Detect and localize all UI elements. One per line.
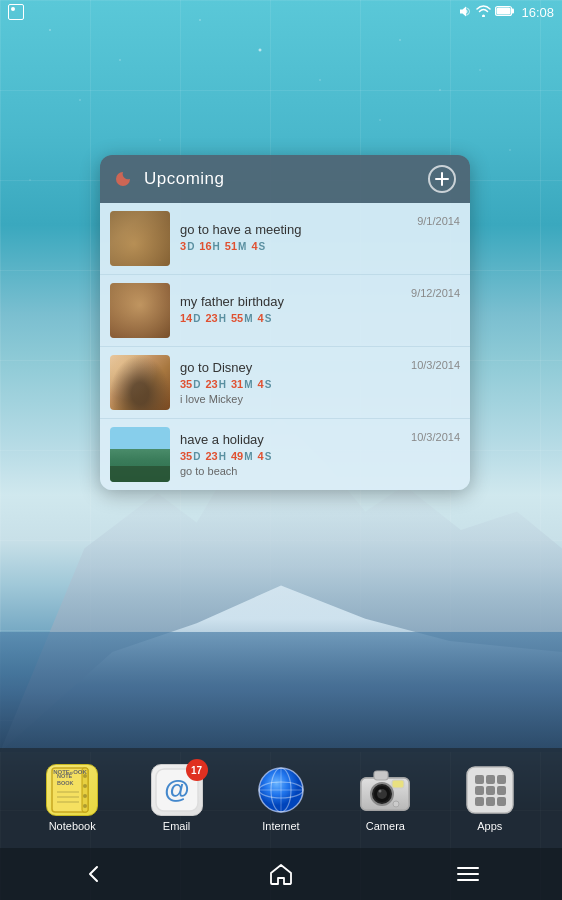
svg-rect-36 [486, 786, 495, 795]
svg-point-10 [83, 774, 87, 778]
event-thumbnail-disney [110, 355, 170, 410]
dock-label-internet: Internet [262, 820, 299, 832]
event-timer: 35 d 23 h 49 m 4 s [180, 450, 401, 462]
svg-rect-37 [497, 786, 506, 795]
event-title: go to have a meeting [180, 222, 407, 237]
widget-body: go to have a meeting 3 d 16 h 51 m [100, 203, 470, 490]
svg-rect-33 [486, 775, 495, 784]
widget-header: Upcoming [100, 155, 470, 203]
event-content-birthday: my father birthday 14 d 23 h 55 m [180, 283, 401, 338]
event-content-meeting: go to have a meeting 3 d 16 h 51 m [180, 211, 407, 266]
event-note: i love Mickey [180, 393, 401, 405]
event-title: have a holiday [180, 432, 401, 447]
email-badge: 17 [186, 759, 208, 781]
svg-point-29 [379, 790, 382, 793]
svg-rect-38 [475, 797, 484, 806]
dock-item-camera[interactable]: Camera [340, 764, 430, 832]
event-thumbnail-holiday [110, 427, 170, 482]
dock-label-camera: Camera [366, 820, 405, 832]
svg-rect-34 [497, 775, 506, 784]
menu-button[interactable] [446, 852, 490, 896]
svg-rect-35 [475, 786, 484, 795]
apps-icon [464, 764, 516, 816]
dock-item-notebook[interactable]: NOTE BOOK Notebook [27, 764, 117, 832]
battery-icon [495, 5, 515, 19]
widget-title: Upcoming [144, 169, 225, 189]
svg-rect-24 [374, 771, 388, 780]
event-title: go to Disney [180, 360, 401, 375]
svg-rect-2 [497, 8, 511, 15]
menu-line-3 [457, 879, 479, 881]
menu-icon [457, 867, 479, 881]
event-thumbnail-meeting [110, 211, 170, 266]
svg-point-30 [393, 801, 399, 807]
email-icon: 17 @ [151, 764, 203, 816]
event-note: go to beach [180, 465, 401, 477]
dock-item-email[interactable]: 17 @ Email [132, 764, 222, 832]
widget-title-area: Upcoming [114, 168, 225, 190]
event-timer: 14 d 23 h 55 m 4 s [180, 312, 401, 324]
svg-point-28 [377, 789, 387, 799]
svg-rect-25 [392, 780, 404, 788]
event-row[interactable]: go to have a meeting 3 d 16 h 51 m [100, 203, 470, 275]
svg-point-11 [83, 784, 87, 788]
svg-rect-39 [486, 797, 495, 806]
event-row[interactable]: my father birthday 14 d 23 h 55 m [100, 275, 470, 347]
event-date: 10/3/2014 [411, 355, 460, 371]
event-content-disney: go to Disney 35 d 23 h 31 m 4 [180, 355, 401, 410]
navigation-bar [0, 848, 562, 900]
wifi-icon [476, 5, 491, 19]
svg-rect-1 [512, 9, 515, 14]
svg-text:NOTE: NOTE [57, 773, 73, 779]
status-left [8, 4, 24, 20]
home-button[interactable] [259, 852, 303, 896]
time-display: 16:08 [521, 5, 554, 20]
menu-line-2 [457, 873, 479, 875]
event-date: 9/12/2014 [411, 283, 460, 299]
back-button[interactable] [72, 852, 116, 896]
camera-icon [359, 764, 411, 816]
event-row[interactable]: go to Disney 35 d 23 h 31 m 4 [100, 347, 470, 419]
internet-icon [255, 764, 307, 816]
event-title: my father birthday [180, 294, 401, 309]
event-date: 9/1/2014 [417, 211, 460, 227]
event-row[interactable]: have a holiday 35 d 23 h 49 m [100, 419, 470, 490]
lake-background [0, 632, 562, 752]
status-bar: 16:08 [0, 0, 562, 24]
upcoming-widget: Upcoming go to have a meeting 3 d 16 [100, 155, 470, 490]
svg-point-12 [83, 794, 87, 798]
notebook-icon: NOTE BOOK [46, 764, 98, 816]
status-right: 16:08 [458, 5, 554, 20]
screenshot-icon [8, 4, 24, 20]
svg-rect-40 [497, 797, 506, 806]
dock-label-email: Email [163, 820, 191, 832]
dock-label-apps: Apps [477, 820, 502, 832]
moon-icon [114, 168, 136, 190]
add-event-button[interactable] [428, 165, 456, 193]
dock-item-apps[interactable]: Apps [445, 764, 535, 832]
menu-line-1 [457, 867, 479, 869]
svg-text:@: @ [164, 774, 189, 804]
volume-icon [458, 5, 472, 20]
dock-item-internet[interactable]: Internet [236, 764, 326, 832]
dock: NOTE BOOK Notebook 17 @ Email [0, 748, 562, 848]
event-date: 10/3/2014 [411, 427, 460, 443]
svg-point-13 [83, 804, 87, 808]
event-timer: 3 d 16 h 51 m 4 s [180, 240, 407, 252]
svg-rect-32 [475, 775, 484, 784]
event-timer: 35 d 23 h 31 m 4 s [180, 378, 401, 390]
svg-text:BOOK: BOOK [57, 780, 74, 786]
event-thumbnail-birthday [110, 283, 170, 338]
dock-label-notebook: Notebook [49, 820, 96, 832]
event-content-holiday: have a holiday 35 d 23 h 49 m [180, 427, 401, 482]
